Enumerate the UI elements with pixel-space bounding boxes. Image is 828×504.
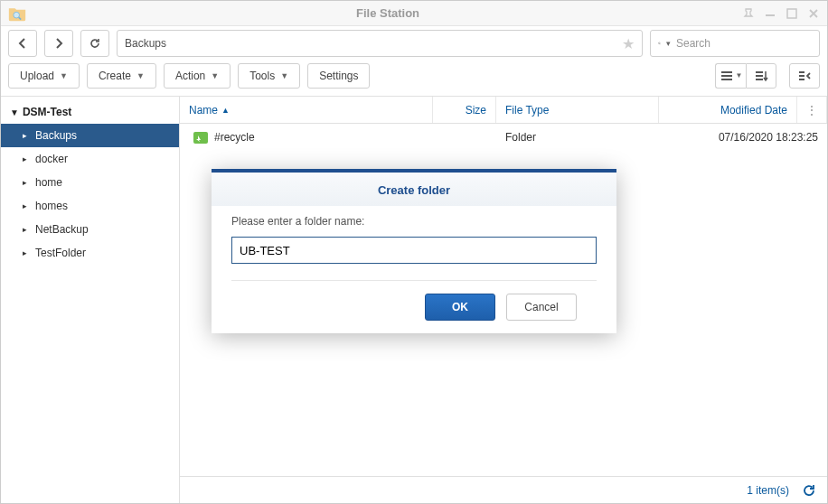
tools-button[interactable]: Tools▼ [238, 63, 300, 89]
folder-tree: ▼ DSM-Test ▸Backups▸docker▸home▸homes▸Ne… [1, 97, 180, 503]
settings-button[interactable]: Settings [307, 63, 370, 89]
chevron-right-icon: ▸ [23, 201, 30, 210]
folder-name-input[interactable] [231, 237, 597, 264]
file-station-window: File Station Backups ★ ▾ Upload▼ Create▼… [0, 0, 828, 504]
nav-row: Backups ★ ▾ [1, 26, 827, 61]
item-count: 1 item(s) [747, 484, 789, 497]
action-button[interactable]: Action▼ [164, 63, 231, 89]
tree-item-label: docker [35, 153, 68, 165]
tree-item[interactable]: ▸NetBackup [1, 218, 179, 241]
search-icon [658, 37, 661, 50]
chevron-right-icon: ▸ [23, 154, 30, 163]
app-icon [8, 5, 26, 22]
file-modified: 07/16/2020 18:23:25 [659, 131, 827, 144]
refresh-icon[interactable] [802, 483, 816, 498]
tree-item[interactable]: ▸Backups [1, 124, 179, 147]
tree-item-label: home [35, 176, 62, 189]
chevron-right-icon: ▸ [23, 225, 30, 234]
pin-icon[interactable] [742, 7, 755, 20]
toggle-panel-button[interactable] [789, 63, 820, 89]
tree-item[interactable]: ▸docker [1, 147, 179, 171]
search-caret-icon[interactable]: ▾ [666, 39, 671, 48]
ok-button[interactable]: OK [425, 294, 495, 321]
tree-root[interactable]: ▼ DSM-Test [1, 100, 179, 124]
minimize-button[interactable] [764, 7, 776, 20]
view-list-button[interactable]: ▼ [715, 63, 746, 89]
chevron-right-icon: ▸ [23, 131, 30, 140]
caret-down-icon: ▼ [136, 71, 145, 80]
col-name[interactable]: Name▲ [180, 97, 433, 123]
toolbar: Upload▼ Create▼ Action▼ Tools▼ Settings … [1, 61, 827, 97]
titlebar: File Station [1, 1, 827, 26]
sort-asc-icon: ▲ [221, 106, 230, 115]
tree-item-label: NetBackup [35, 223, 89, 236]
forward-button[interactable] [44, 30, 73, 57]
tree-item-label: homes [35, 200, 68, 212]
reload-button[interactable] [80, 30, 109, 57]
chevron-down-icon: ▼ [10, 107, 19, 117]
column-headers: Name▲ Size File Type Modified Date ⋮ [180, 97, 827, 124]
tree-item-label: TestFolder [35, 247, 86, 259]
file-name: #recycle [214, 131, 255, 144]
view-sort-button[interactable] [746, 63, 776, 89]
svg-rect-3 [787, 9, 796, 18]
window-title: File Station [33, 6, 742, 20]
view-mode-group: ▼ [715, 63, 776, 89]
search-box[interactable]: ▾ [650, 30, 820, 57]
caret-down-icon: ▼ [211, 71, 219, 80]
svg-rect-15 [193, 132, 208, 144]
svg-point-4 [658, 42, 660, 44]
tree-item[interactable]: ▸TestFolder [1, 241, 179, 265]
cancel-button[interactable]: Cancel [506, 294, 577, 321]
close-button[interactable] [807, 7, 820, 20]
col-menu[interactable]: ⋮ [797, 97, 827, 123]
col-type[interactable]: File Type [496, 97, 659, 123]
chevron-right-icon: ▸ [23, 248, 30, 257]
svg-point-0 [14, 12, 20, 18]
tree-item-label: Backups [35, 129, 77, 142]
col-modified[interactable]: Modified Date [659, 97, 797, 123]
caret-down-icon: ▼ [736, 71, 743, 79]
maximize-button[interactable] [786, 7, 798, 20]
dialog-title: Create folder [212, 173, 616, 206]
back-button[interactable] [8, 30, 37, 57]
tree-item[interactable]: ▸homes [1, 194, 179, 218]
file-type: Folder [496, 131, 659, 144]
caret-down-icon: ▼ [280, 71, 288, 80]
tree-item[interactable]: ▸home [1, 171, 179, 194]
caret-down-icon: ▼ [60, 71, 68, 80]
svg-line-5 [660, 43, 661, 44]
upload-button[interactable]: Upload▼ [8, 63, 80, 89]
table-row[interactable]: #recycleFolder07/16/2020 18:23:25 [183, 124, 827, 151]
favorite-icon[interactable]: ★ [622, 35, 635, 52]
recycle-folder-icon [193, 129, 209, 145]
dialog-prompt: Please enter a folder name: [231, 215, 597, 228]
window-controls [742, 7, 820, 20]
chevron-right-icon: ▸ [23, 178, 30, 187]
create-folder-dialog: Create folder Please enter a folder name… [212, 169, 616, 333]
status-bar: 1 item(s) [180, 476, 827, 503]
path-text: Backups [125, 37, 166, 50]
create-button[interactable]: Create▼ [87, 63, 156, 89]
search-input[interactable] [676, 37, 812, 50]
path-input[interactable]: Backups ★ [117, 30, 643, 57]
col-size[interactable]: Size [433, 97, 496, 123]
